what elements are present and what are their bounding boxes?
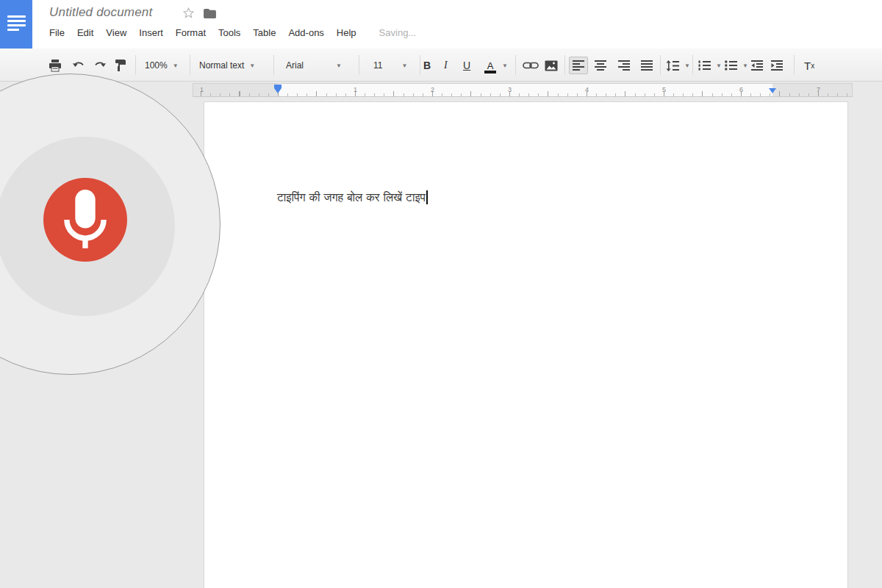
- clear-formatting-icon[interactable]: Tx: [804, 57, 814, 74]
- saving-status: Saving...: [379, 27, 417, 38]
- chevron-down-icon: ▼: [249, 62, 255, 69]
- underline-button[interactable]: U: [463, 57, 479, 74]
- redo-icon[interactable]: [93, 57, 107, 74]
- ruler-number: 7: [817, 86, 820, 93]
- toolbar: 100%▼ Normal text▼ Arial▼ 11▼ B I U A ▼: [0, 49, 882, 82]
- chevron-down-icon: ▼: [173, 62, 179, 69]
- ruler-number: 4: [585, 86, 589, 93]
- bold-button[interactable]: B: [423, 57, 440, 74]
- document-text[interactable]: टाइपिंग की जगह बोल कर लिखें टाइप: [277, 190, 428, 204]
- print-icon[interactable]: [49, 57, 62, 74]
- chevron-down-icon: ▼: [742, 62, 748, 69]
- chevron-down-icon: ▼: [401, 62, 407, 69]
- align-right-icon[interactable]: [618, 57, 630, 74]
- microphone-icon[interactable]: [43, 178, 127, 262]
- menu-item-help[interactable]: Help: [337, 27, 356, 38]
- ruler-number: 1: [354, 86, 357, 93]
- right-indent-marker[interactable]: [769, 85, 776, 93]
- font-select[interactable]: Arial▼: [286, 57, 342, 74]
- line-spacing-icon[interactable]: ▼: [666, 57, 690, 74]
- ruler-number: 3: [508, 86, 512, 93]
- menu-item-insert[interactable]: Insert: [139, 27, 163, 38]
- italic-button[interactable]: I: [444, 57, 460, 74]
- folder-icon[interactable]: [203, 8, 217, 22]
- align-center-icon[interactable]: [595, 57, 606, 74]
- ruler-number: 1: [200, 86, 204, 93]
- menu-item-add-ons[interactable]: Add-ons: [288, 27, 323, 38]
- text-cursor: [426, 190, 428, 204]
- chevron-down-icon: ▼: [716, 62, 722, 69]
- chevron-down-icon: ▼: [502, 62, 508, 69]
- insert-image-icon[interactable]: [545, 57, 558, 74]
- document-page[interactable]: टाइपिंग की जगह बोल कर लिखें टाइप: [204, 101, 848, 588]
- menu-item-table[interactable]: Table: [253, 27, 276, 38]
- chevron-down-icon: ▼: [684, 62, 690, 69]
- menu-item-tools[interactable]: Tools: [218, 27, 240, 38]
- increase-indent-icon[interactable]: [771, 57, 783, 74]
- paragraph-style-select[interactable]: Normal text▼: [199, 57, 255, 74]
- numbered-list-icon[interactable]: ▼: [698, 57, 722, 74]
- header: Untitled document FileEditViewInsertForm…: [0, 0, 882, 49]
- ruler-number: 5: [662, 86, 666, 93]
- star-icon[interactable]: [182, 7, 195, 22]
- menubar: FileEditViewInsertFormatToolsTableAdd-on…: [49, 27, 416, 38]
- decrease-indent-icon[interactable]: [751, 57, 763, 74]
- menu-item-file[interactable]: File: [49, 27, 65, 38]
- zoom-select[interactable]: 100%▼: [145, 57, 179, 74]
- align-left-icon[interactable]: [569, 57, 588, 74]
- menu-item-view[interactable]: View: [106, 27, 126, 38]
- ruler-number: 6: [739, 86, 743, 93]
- font-size-select[interactable]: 11▼: [373, 57, 407, 74]
- google-docs-window: Untitled document FileEditViewInsertForm…: [0, 0, 882, 588]
- insert-link-icon[interactable]: [523, 57, 539, 74]
- justify-icon[interactable]: [641, 57, 653, 74]
- left-indent-marker[interactable]: [274, 85, 282, 93]
- chevron-down-icon: ▼: [336, 62, 342, 69]
- undo-icon[interactable]: [72, 57, 86, 74]
- bulleted-list-icon[interactable]: ▼: [725, 57, 748, 74]
- docs-logo[interactable]: [0, 0, 32, 49]
- paint-format-icon[interactable]: [115, 57, 126, 74]
- document-title[interactable]: Untitled document: [49, 5, 152, 20]
- menu-item-edit[interactable]: Edit: [77, 27, 93, 38]
- menu-item-format[interactable]: Format: [176, 27, 206, 38]
- text-color-button[interactable]: A ▼: [484, 57, 508, 74]
- ruler-number: 2: [431, 86, 434, 93]
